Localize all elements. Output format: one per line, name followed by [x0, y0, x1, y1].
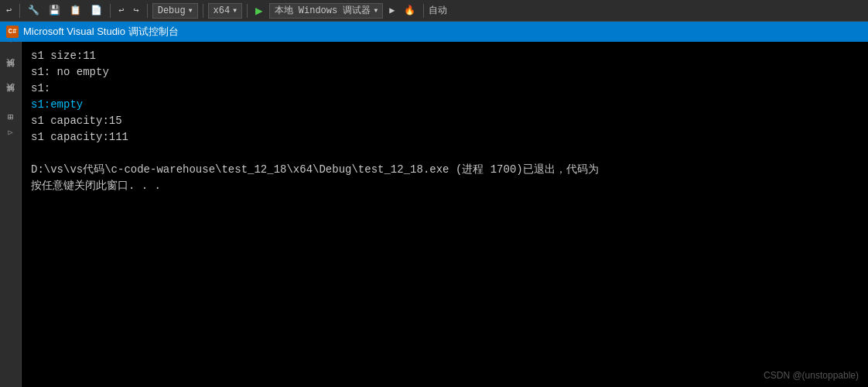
undo2-icon[interactable]: ↩	[115, 3, 127, 18]
auto-label: 自动	[429, 4, 447, 17]
title-bar: C# Microsoft Visual Studio 调试控制台	[0, 22, 868, 42]
separator-3	[147, 4, 148, 18]
separator-2	[110, 4, 111, 18]
console-line-7: D:\vs\vs代码\c-code-warehouse\test_12_18\x…	[31, 162, 859, 178]
console-line-2: s1:	[31, 80, 859, 97]
main-area: 方案 ▷ 解决 ▷ 解决 ⊞ ▷ s1 size:11 s1: no empty…	[0, 42, 868, 387]
console-line-1: s1: no empty	[31, 64, 859, 80]
console-line-5: s1 capacity:111	[31, 129, 859, 146]
step-icon[interactable]: ▶	[386, 3, 398, 18]
run-button[interactable]: ▶	[252, 3, 266, 19]
console-line-0: s1 size:11	[31, 48, 859, 64]
watermark: CSDN @(unstoppable)	[764, 370, 859, 381]
window-title: Microsoft Visual Studio 调试控制台	[23, 25, 179, 39]
console-line-3: s1:empty	[31, 97, 859, 113]
console-line-6	[31, 146, 859, 162]
platform-label: x64	[214, 5, 231, 16]
platform-dropdown[interactable]: x64 ▼	[208, 3, 242, 19]
expand-icon[interactable]: ▷	[8, 128, 12, 137]
icon-1[interactable]: 🔧	[25, 3, 43, 18]
sidebar-item-0[interactable]: 方案	[3, 45, 18, 54]
debugger-dropdown[interactable]: 本地 Windows 调试器 ▼	[269, 3, 384, 19]
debugger-label: 本地 Windows 调试器	[275, 4, 371, 17]
flame-icon[interactable]: 🔥	[401, 3, 419, 18]
sidebar-arrow-1[interactable]: ▷	[8, 59, 12, 68]
platform-arrow-icon: ▼	[233, 7, 237, 14]
debug-dropdown[interactable]: Debug ▼	[152, 3, 198, 19]
sidebar-item-2[interactable]: 解决	[3, 94, 18, 104]
toolbar: ↩ 🔧 💾 📋 📄 ↩ ↪ Debug ▼ x64 ▼ ▶ 本地 Windows…	[0, 0, 868, 22]
debug-arrow-icon: ▼	[189, 7, 193, 14]
debugger-arrow-icon: ▼	[374, 7, 378, 14]
save-icon[interactable]: 💾	[46, 3, 63, 18]
copy-icon[interactable]: 📋	[67, 3, 84, 18]
separator-1	[19, 4, 20, 18]
console-line-8: 按任意键关闭此窗口. . .	[31, 178, 859, 194]
sidebar-item-1[interactable]: 解决	[3, 70, 18, 79]
console-line-4: s1 capacity:15	[31, 113, 859, 129]
redo-icon[interactable]: ↪	[130, 3, 142, 18]
separator-4	[203, 4, 203, 18]
separator-6	[423, 4, 424, 18]
add-icon[interactable]: ⊞	[8, 111, 13, 123]
vs-icon: C#	[6, 26, 19, 38]
separator-5	[247, 4, 248, 18]
console-output: s1 size:11 s1: no empty s1: s1:empty s1 …	[22, 42, 868, 387]
sidebar-arrow-2[interactable]: ▷	[8, 84, 12, 93]
sidebar: 方案 ▷ 解决 ▷ 解决 ⊞ ▷	[0, 42, 22, 387]
paste-icon[interactable]: 📄	[87, 3, 105, 18]
debug-label: Debug	[158, 5, 186, 16]
undo-icon[interactable]: ↩	[3, 3, 15, 18]
